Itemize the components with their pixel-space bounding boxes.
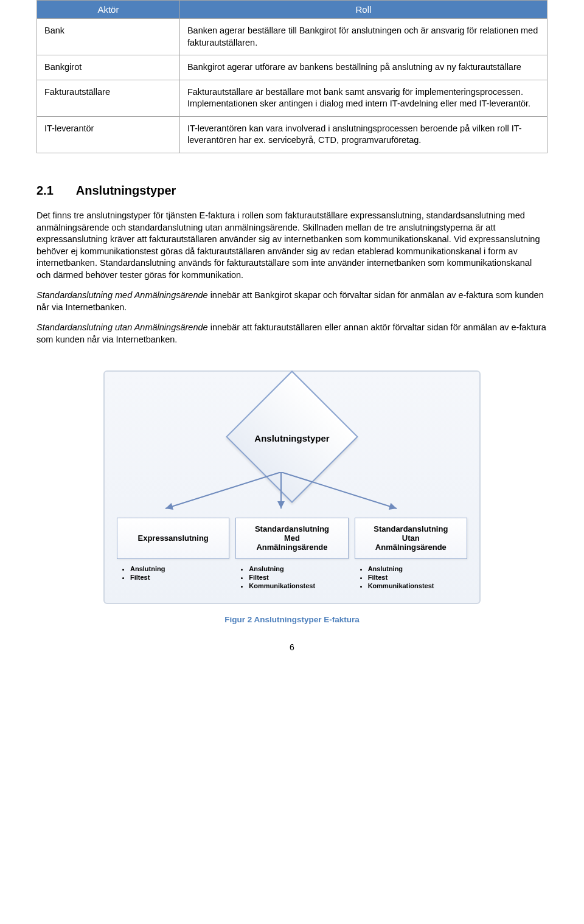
actor-cell: Bank: [37, 19, 180, 55]
decision-label: Anslutningstyper: [117, 390, 467, 487]
table-row: Bankgirot Bankgirot agerar utförare av b…: [37, 55, 548, 80]
bullet: Kommunikationstest: [249, 582, 348, 589]
table-row: Bank Banken agerar beställare till Bankg…: [37, 19, 548, 55]
page-number: 6: [36, 642, 548, 652]
section-heading: 2.1 Anslutningstyper: [36, 184, 548, 198]
lead-italic: Standardanslutning utan Anmälningsärende: [36, 322, 208, 332]
bullet: Anslutning: [368, 565, 467, 572]
bullet: Kommunikationstest: [368, 582, 467, 589]
bullet: Filtest: [130, 574, 229, 581]
branch-express: Expressanslutning Anslutning Filtest: [117, 518, 229, 591]
bullet: Filtest: [249, 574, 348, 581]
branch-box: Standardanslutning Med Anmälningsärende: [235, 518, 348, 559]
branch-std-med: Standardanslutning Med Anmälningsärende …: [235, 518, 348, 591]
role-cell: Bankgirot agerar utförare av bankens bes…: [179, 55, 547, 80]
actor-cell: IT-leverantör: [37, 116, 180, 153]
paragraph: Standardanslutning utan Anmälningsärende…: [36, 322, 548, 346]
branch-box: Standardanslutning Utan Anmälningsärende: [355, 518, 467, 559]
bullet: Anslutning: [249, 565, 348, 572]
actor-cell: Bankgirot: [37, 55, 180, 80]
role-cell: Fakturautställare är beställare mot bank…: [179, 80, 547, 116]
section-title: Anslutningstyper: [76, 184, 176, 197]
branch-bullets: Anslutning Filtest Kommunikationstest: [368, 565, 467, 589]
branch-std-utan: Standardanslutning Utan Anmälningsärende…: [355, 518, 467, 591]
table-head-actor: Aktör: [37, 1, 180, 19]
table-row: IT-leverantör IT-leverantören kan vara i…: [37, 116, 548, 153]
bullet: Anslutning: [130, 565, 229, 572]
branch-bullets: Anslutning Filtest Kommunikationstest: [249, 565, 348, 589]
figure-caption: Figur 2 Anslutningstyper E-faktura: [36, 615, 548, 624]
paragraph: Det finns tre anslutningstyper för tjäns…: [36, 210, 548, 281]
roles-table: Aktör Roll Bank Banken agerar beställare…: [36, 0, 548, 153]
section-number: 2.1: [36, 184, 73, 198]
table-row: Fakturautställare Fakturautställare är b…: [37, 80, 548, 116]
lead-italic: Standardanslutning med Anmälningsärende: [36, 290, 208, 300]
paragraph: Standardanslutning med Anmälningsärende …: [36, 290, 548, 313]
role-cell: IT-leverantören kan vara involverad i an…: [179, 116, 547, 153]
bullet: Filtest: [368, 574, 467, 581]
flow-diagram: Anslutningstyper Expressanslutning Anslu…: [103, 370, 481, 604]
branch-box: Expressanslutning: [117, 518, 229, 559]
branch-bullets: Anslutning Filtest: [130, 565, 229, 581]
table-head-role: Roll: [179, 1, 547, 19]
actor-cell: Fakturautställare: [37, 80, 180, 116]
role-cell: Banken agerar beställare till Bankgirot …: [179, 19, 547, 55]
